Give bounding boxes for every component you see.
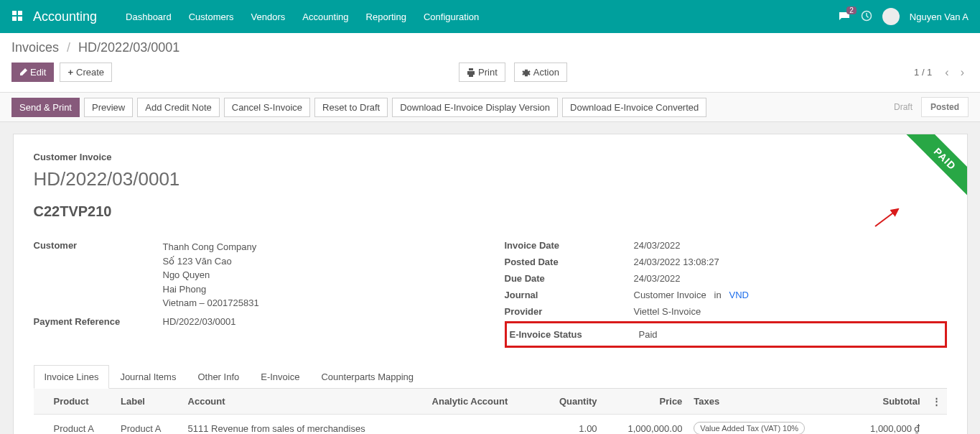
th-subtotal[interactable]: Subtotal (846, 389, 925, 415)
menu-customers[interactable]: Customers (189, 11, 234, 22)
payref-value: HD/2022/03/0001 (163, 316, 476, 327)
svg-rect-3 (18, 17, 22, 21)
menu-reporting[interactable]: Reporting (366, 11, 406, 22)
messages-icon[interactable]: 2 (838, 11, 851, 22)
app-name[interactable]: Accounting (33, 9, 97, 24)
th-quantity[interactable]: Quantity (539, 389, 603, 415)
menu-configuration[interactable]: Configuration (424, 11, 479, 22)
tab-other-info[interactable]: Other Info (187, 365, 250, 389)
cell-taxes: Value Added Tax (VAT) 10% (688, 415, 846, 435)
payref-label: Payment Reference (34, 316, 163, 327)
journal-label: Journal (505, 290, 634, 300)
menu-dashboard[interactable]: Dashboard (126, 11, 172, 22)
cell-subtotal: 1,000,000 ₫ (846, 415, 925, 435)
posted-date-label: Posted Date (505, 257, 634, 267)
tab-invoice-lines[interactable]: Invoice Lines (34, 365, 110, 389)
activity-icon[interactable] (861, 10, 872, 24)
pager-count: 1 / 1 (914, 67, 932, 78)
svg-rect-2 (12, 17, 17, 21)
reset-draft-button[interactable]: Reset to Draft (314, 98, 388, 117)
status-step-posted: Posted (921, 97, 969, 117)
tab-einvoice[interactable]: E-Invoice (250, 365, 310, 389)
form-sheet: PAID Customer Invoice HD/2022/03/0001 C2… (13, 134, 968, 434)
provider-value: Viettel S-Invoice (634, 306, 947, 317)
invoice-date-value: 24/03/2022 (634, 240, 947, 251)
cell-account: 5111 Revenue from sales of merchandises (182, 415, 426, 435)
apps-launcher-icon[interactable] (11, 10, 33, 24)
breadcrumb-current: HD/2022/03/0001 (78, 40, 179, 55)
tab-journal-items[interactable]: Journal Items (109, 365, 187, 389)
breadcrumb-root[interactable]: Invoices (11, 40, 59, 55)
cell-product: Product A (48, 415, 116, 435)
customer-value: Thanh Cong Company Số 123 Văn Cao Ngo Qu… (163, 240, 476, 310)
cell-qty: 1.00 (539, 415, 603, 435)
th-product[interactable]: Product (48, 389, 116, 415)
download-display-button[interactable]: Download E-Invoice Display Version (392, 98, 558, 117)
breadcrumb: Invoices / HD/2022/03/0001 (11, 40, 969, 55)
pager-next[interactable]: › (956, 63, 969, 82)
action-button[interactable]: Action (514, 63, 567, 82)
cell-price: 1,000,000.00 (603, 415, 689, 435)
th-analytic[interactable]: Analytic Account (426, 389, 539, 415)
customer-label: Customer (34, 240, 163, 251)
provider-label: Provider (505, 306, 634, 317)
posted-date-value: 24/03/2022 13:08:27 (634, 257, 947, 267)
journal-value: Customer Invoice in VND (634, 290, 947, 300)
notebook-tabs: Invoice Lines Journal Items Other Info E… (34, 365, 947, 389)
th-options-icon[interactable]: ⋮ (926, 389, 947, 415)
print-button[interactable]: Print (459, 63, 505, 82)
tab-counterparts[interactable]: Counterparts Mapping (310, 365, 424, 389)
messages-badge: 2 (846, 6, 857, 14)
due-date-value: 24/03/2022 (634, 273, 947, 284)
pager-prev[interactable]: ‹ (941, 63, 953, 82)
main-menu: Dashboard Customers Vendors Accounting R… (126, 11, 479, 22)
th-price[interactable]: Price (603, 389, 689, 415)
preview-button[interactable]: Preview (84, 98, 133, 117)
th-account[interactable]: Account (182, 389, 426, 415)
doc-type-label: Customer Invoice (34, 152, 947, 162)
svg-rect-1 (18, 11, 22, 15)
menu-accounting[interactable]: Accounting (302, 11, 348, 22)
doc-title: HD/2022/03/0001 (34, 168, 947, 190)
edit-button[interactable]: Edit (11, 63, 54, 82)
table-row[interactable]: Product A Product A 5111 Revenue from sa… (34, 415, 947, 435)
invoice-lines-table: Product Label Account Analytic Account Q… (34, 389, 947, 434)
svg-rect-0 (12, 11, 17, 15)
cell-analytic (426, 415, 539, 435)
avatar[interactable] (882, 8, 900, 25)
doc-reference: C22TVP210 (34, 203, 947, 220)
send-print-button[interactable]: Send & Print (11, 98, 80, 117)
th-taxes[interactable]: Taxes (688, 389, 846, 415)
th-label[interactable]: Label (115, 389, 182, 415)
download-converted-button[interactable]: Download E-Invoice Converted (562, 98, 706, 117)
invoice-date-label: Invoice Date (505, 240, 634, 251)
cell-label: Product A (115, 415, 182, 435)
einvoice-status-label: E-Invoice Status (510, 329, 639, 340)
create-button[interactable]: +Create (60, 63, 112, 82)
status-steps: Draft Posted (885, 97, 969, 117)
status-step-draft: Draft (885, 98, 921, 116)
user-name[interactable]: Nguyen Van A (910, 11, 969, 22)
einvoice-status-highlight: E-Invoice Status Paid (505, 321, 947, 348)
cancel-sinvoice-button[interactable]: Cancel S-Invoice (224, 98, 310, 117)
einvoice-status-value: Paid (639, 329, 942, 340)
menu-vendors[interactable]: Vendors (251, 11, 286, 22)
add-credit-note-button[interactable]: Add Credit Note (137, 98, 220, 117)
due-date-label: Due Date (505, 273, 634, 284)
